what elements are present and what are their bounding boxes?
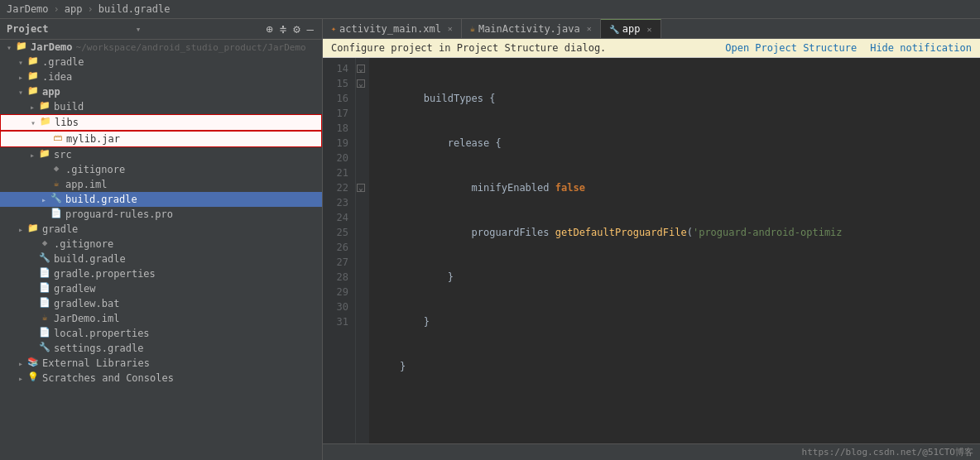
- tree-label-build-gradle-root: build.gradle: [54, 253, 126, 265]
- ln-30: 30: [329, 299, 348, 314]
- gitignore-icon-app: ◆: [50, 163, 63, 176]
- tree-item-libs[interactable]: ▾ 📁 libs: [0, 114, 322, 131]
- gutter-29: [356, 285, 366, 299]
- tree-label-gitignore-app: .gitignore: [65, 164, 125, 175]
- arrow-build-gradle-root: ▸: [26, 255, 38, 264]
- tree-item-src[interactable]: ▸ 📁 src: [0, 147, 322, 162]
- tree-item-gradlew[interactable]: ▸ 📄 gradlew: [0, 281, 322, 296]
- title-project: JarDemo: [7, 3, 49, 15]
- scratches-icon: 💡: [26, 371, 40, 385]
- fold-22[interactable]: ⌄: [357, 184, 365, 192]
- arrow-gradle-props: ▸: [26, 270, 38, 279]
- tree-item-settings-gradle[interactable]: ▸ 🔧 settings.gradle: [0, 341, 322, 356]
- tab-close-activity-main[interactable]: ✕: [448, 24, 453, 33]
- tree-label-ext-libs: External Libraries: [42, 357, 150, 369]
- sidebar-icon-minimize[interactable]: —: [305, 22, 315, 36]
- tree-label-app: app: [42, 86, 60, 98]
- ln-20: 20: [329, 151, 348, 165]
- code-content[interactable]: buildTypes { release { minifyEnabled fal…: [369, 58, 980, 443]
- gradle-icon-build: 🔧: [50, 193, 63, 206]
- arrow-idea: ▸: [15, 73, 26, 82]
- tree-item-gitignore-app[interactable]: ▸ ◆ .gitignore: [0, 162, 322, 177]
- ln-16: 16: [329, 91, 348, 106]
- code-line-17: proguardFiles getDefaultProguardFile('pr…: [369, 225, 980, 240]
- sidebar-tree: ▾ 📁 JarDemo ~/workspace/android_studio_p…: [0, 40, 322, 460]
- ln-15: 15: [329, 76, 348, 91]
- gutter-14: ⌄: [356, 61, 366, 76]
- tree-item-build[interactable]: ▸ 📁 build: [0, 99, 322, 114]
- tree-item-app[interactable]: ▾ 📁 app: [0, 84, 322, 99]
- title-bar: JarDemo › app › build.gradle: [0, 0, 980, 19]
- tree-item-gradle-hidden[interactable]: ▾ 📁 .gradle: [0, 55, 322, 69]
- ln-31: 31: [329, 314, 348, 329]
- hide-notification-link[interactable]: Hide notification: [870, 42, 972, 54]
- tree-item-external-libraries[interactable]: ▸ 📚 External Libraries: [0, 356, 322, 371]
- arrow-ext-libs: ▸: [15, 359, 26, 368]
- tree-item-build-gradle-root[interactable]: ▸ 🔧 build.gradle: [0, 252, 322, 266]
- tree-item-mylib-jar[interactable]: ▸ 🗃 mylib.jar: [0, 131, 322, 147]
- status-bar: https://blog.csdn.net/@51CTO博客: [323, 443, 980, 460]
- tree-item-proguard[interactable]: ▸ 📄 proguard-rules.pro: [0, 207, 322, 222]
- tab-app-gradle[interactable]: 🔧 app ✕: [601, 19, 661, 38]
- properties-icon: 📄: [38, 267, 51, 280]
- proguard-icon: 📄: [50, 208, 63, 221]
- sidebar-icon-settings[interactable]: ⚙: [291, 22, 301, 36]
- tree-label-jardemo-path: ~/workspace/android_studio_product/JarDe…: [76, 42, 306, 53]
- gutter-15: ⌄: [356, 76, 366, 91]
- tree-item-build-gradle-app[interactable]: ▸ 🔧 build.gradle: [0, 192, 322, 207]
- tree-item-scratches[interactable]: ▸ 💡 Scratches and Consoles: [0, 371, 322, 386]
- open-project-structure-link[interactable]: Open Project Structure: [725, 42, 857, 54]
- gutter-28: [356, 270, 366, 285]
- tab-icon-gradle: 🔧: [609, 25, 619, 34]
- sidebar-header: Project ▾ ⊕ ≑ ⚙ —: [0, 19, 322, 40]
- ln-24: 24: [329, 210, 348, 225]
- gutter-24: [356, 210, 366, 225]
- ln-21: 21: [329, 165, 348, 180]
- folder-icon-app: 📁: [26, 85, 40, 98]
- tree-label-jardemo-iml: JarDemo.iml: [54, 313, 119, 324]
- arrow-local-props: ▸: [26, 329, 38, 338]
- tree-item-idea[interactable]: ▸ 📁 .idea: [0, 69, 322, 84]
- ln-17: 17: [329, 106, 348, 121]
- ln-18: 18: [329, 121, 348, 136]
- tree-label-app-iml: app.iml: [65, 179, 108, 190]
- sidebar-icon-collapse[interactable]: ≑: [278, 22, 288, 36]
- tree-item-app-iml[interactable]: ▸ ☕ app.iml: [0, 177, 322, 192]
- arrow-src: ▸: [26, 151, 38, 160]
- tree-label-jardemo: JarDemo: [31, 41, 73, 53]
- gutter-17: [356, 106, 366, 121]
- arrow-build: ▸: [26, 103, 38, 112]
- folder-icon-gradle: 📁: [26, 55, 40, 69]
- tab-activity-main[interactable]: ✦ activity_main.xml ✕: [323, 19, 462, 38]
- ln-25: 25: [329, 225, 348, 240]
- sidebar: Project ▾ ⊕ ≑ ⚙ — ▾ 📁 JarDemo ~/workspac…: [0, 19, 323, 460]
- sidebar-dropdown[interactable]: ▾: [136, 24, 260, 35]
- tab-close-mainactivity[interactable]: ✕: [587, 24, 592, 33]
- tree-label-gradlew-bat: gradlew.bat: [54, 298, 119, 309]
- gutter-27: [356, 255, 366, 270]
- gutter-16: [356, 91, 366, 106]
- gradlew-icon: 📄: [38, 282, 51, 295]
- gutter-21: [356, 165, 366, 180]
- tab-close-app[interactable]: ✕: [646, 25, 651, 34]
- folder-icon-gradle-root: 📁: [26, 223, 40, 236]
- code-line-18: }: [369, 270, 980, 285]
- tree-label-build: build: [54, 101, 84, 113]
- fold-15[interactable]: ⌄: [357, 79, 365, 88]
- tree-item-jardemo-iml[interactable]: ▸ ☕ JarDemo.iml: [0, 311, 322, 326]
- tree-item-gitignore-root[interactable]: ▸ ◆ .gitignore: [0, 237, 322, 252]
- sidebar-icon-expand[interactable]: ⊕: [264, 22, 274, 36]
- fold-14[interactable]: ⌄: [357, 65, 365, 73]
- notification-bar: Configure project in Project Structure d…: [323, 39, 980, 58]
- gutter-25: [356, 225, 366, 240]
- gitignore-icon-root: ◆: [38, 237, 51, 251]
- tree-item-gradle-root[interactable]: ▸ 📁 gradle: [0, 222, 322, 237]
- tab-mainactivity[interactable]: ☕ MainActivity.java ✕: [462, 19, 601, 38]
- tree-item-jardemo[interactable]: ▾ 📁 JarDemo ~/workspace/android_studio_p…: [0, 40, 322, 55]
- tree-item-gradle-properties[interactable]: ▸ 📄 gradle.properties: [0, 266, 322, 281]
- tree-label-gradle-root: gradle: [42, 223, 78, 235]
- tree-item-gradlew-bat[interactable]: ▸ 📄 gradlew.bat: [0, 296, 322, 311]
- code-editor[interactable]: 14 15 16 17 18 19 20 21 22 23 24 25 26 2…: [323, 58, 980, 443]
- tree-label-settings-gradle: settings.gradle: [54, 343, 143, 354]
- tree-item-local-properties[interactable]: ▸ 📄 local.properties: [0, 326, 322, 341]
